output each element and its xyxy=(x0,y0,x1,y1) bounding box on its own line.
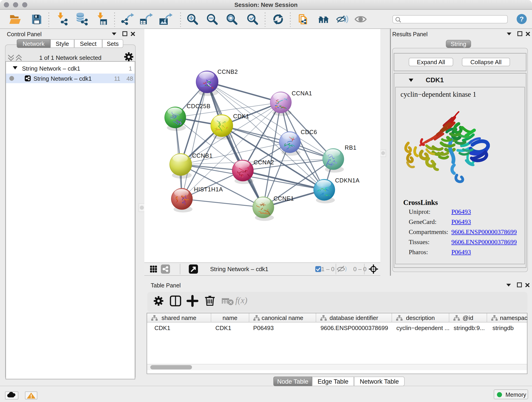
svg-text:CDKN1A: CDKN1A xyxy=(335,177,360,184)
svg-text:CDC25B: CDC25B xyxy=(187,103,210,109)
svg-text:CDC6: CDC6 xyxy=(301,129,317,135)
svg-text:CCNB1: CCNB1 xyxy=(192,153,213,159)
svg-text:CCNE1: CCNE1 xyxy=(273,195,294,202)
svg-text:RB1: RB1 xyxy=(345,144,356,151)
svg-text:CDK1: CDK1 xyxy=(233,113,249,119)
svg-text:CCNA2: CCNA2 xyxy=(254,159,274,166)
svg-text:HIST1H1A: HIST1H1A xyxy=(194,186,223,192)
svg-text:CCNB2: CCNB2 xyxy=(217,69,238,75)
svg-text:CCNA1: CCNA1 xyxy=(292,90,312,96)
